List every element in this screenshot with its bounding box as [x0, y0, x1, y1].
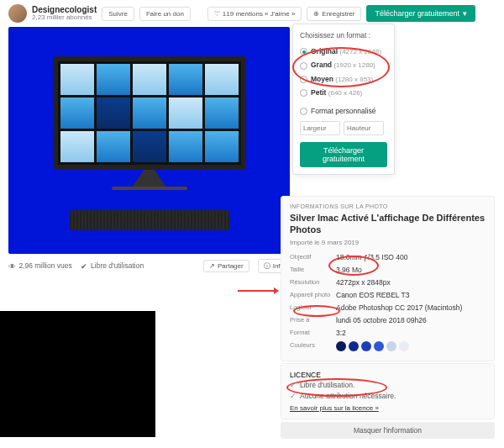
main-photo: [8, 27, 290, 254]
black-overlay: [0, 311, 155, 437]
follow-button[interactable]: Suivre: [102, 7, 134, 21]
custom-height-input[interactable]: [344, 121, 384, 135]
user-block: Designecologist 2,23 millier abonnés: [32, 5, 97, 22]
info-row-resolution: Résolution4272px x 2848px: [290, 277, 486, 289]
color-swatches: [336, 341, 409, 351]
format-option-large[interactable]: Grand (1920 x 1280): [300, 58, 387, 71]
radio-icon: [300, 76, 307, 83]
avatar[interactable]: [8, 4, 27, 23]
donate-button[interactable]: Faire un don: [139, 7, 191, 21]
radio-icon: [300, 62, 307, 70]
views-count: 👁 2,96 million vues: [8, 261, 72, 271]
radio-icon: [300, 108, 307, 115]
hide-info-button[interactable]: Masquer l'information: [281, 422, 495, 439]
radio-icon: [300, 48, 307, 55]
format-dropdown: Choisissez un format : Original (4272 x …: [292, 24, 395, 175]
save-button[interactable]: ⊕ Enregistrer: [307, 7, 361, 21]
user-followers: 2,23 millier abonnés: [32, 14, 97, 22]
license-noattr: Aucune attribution nécessaire.: [290, 390, 486, 401]
info-section-label: INFORMATIONS SUR LA PHOTO: [290, 203, 486, 209]
eye-icon: 👁: [8, 262, 17, 271]
info-row-taken: Prise àlundi 05 octobre 2018 09h26: [290, 314, 486, 327]
custom-width-input[interactable]: [300, 121, 340, 135]
format-option-custom[interactable]: Format personnalisé: [300, 104, 387, 118]
license-section-label: LICENCE: [290, 371, 486, 379]
license-panel: LICENCE Libre d'utilisation. Aucune attr…: [281, 363, 495, 419]
share-icon: ↗: [209, 262, 215, 270]
chevron-down-icon: ▾: [463, 9, 467, 18]
color-swatch[interactable]: [349, 341, 359, 351]
info-row-lens: Objectif18.0mm ƒ/3.5 ISO 400: [290, 251, 486, 264]
photo-title: Silver Imac Activé L'affichage De Différ…: [290, 213, 486, 236]
download-button[interactable]: Télécharger gratuitement ▾: [366, 5, 475, 22]
color-swatch[interactable]: [336, 341, 346, 351]
info-icon: ⓘ: [264, 261, 270, 271]
format-option-medium[interactable]: Moyen (1280 x 853): [300, 72, 387, 86]
info-row-format: Format3:2: [290, 327, 486, 340]
dropdown-download-button[interactable]: Télécharger gratuitement: [300, 142, 387, 167]
format-option-small[interactable]: Petit (640 x 426): [300, 86, 387, 99]
format-option-original[interactable]: Original (4272 x 2848): [300, 45, 387, 58]
check-icon: ✔: [81, 262, 89, 271]
color-swatch[interactable]: [386, 341, 396, 351]
color-swatch[interactable]: [399, 341, 409, 351]
share-button[interactable]: ↗ Partager: [203, 260, 249, 272]
annotation-arrow: [238, 290, 278, 292]
license-free: Libre d'utilisation.: [290, 379, 486, 390]
bookmark-icon: ⊕: [313, 10, 319, 18]
radio-icon: [300, 89, 307, 97]
license-learn-more-link[interactable]: En savoir plus sur la licence »: [290, 404, 379, 412]
info-row-camera: Appareil photoCanon EOS REBEL T3: [290, 289, 486, 302]
info-row-colors: Couleurs: [290, 340, 486, 354]
dropdown-title: Choisissez un format :: [300, 31, 387, 40]
likes-button[interactable]: ♡ 119 mentions « J'aime »: [207, 7, 302, 21]
info-row-software: LogicielAdobe Photoshop CC 2017 (Macinto…: [290, 302, 486, 314]
free-badge: ✔ Libre d'utilisation: [81, 261, 144, 271]
info-row-size: Taille3,96 Mo: [290, 264, 486, 277]
color-swatch[interactable]: [374, 341, 384, 351]
photo-info-panel: INFORMATIONS SUR LA PHOTO Silver Imac Ac…: [281, 196, 495, 361]
import-date: Importé le 9 mars 2019: [290, 239, 486, 246]
color-swatch[interactable]: [361, 341, 371, 351]
heart-icon: ♡: [214, 10, 220, 18]
